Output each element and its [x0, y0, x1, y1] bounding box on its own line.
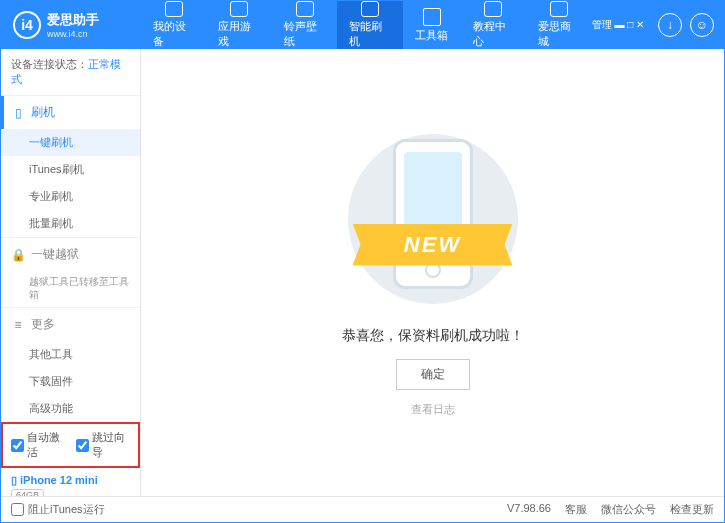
sidebar-head-more[interactable]: ≡ 更多 [1, 308, 140, 341]
sidebar-item-itunes-flash[interactable]: iTunes刷机 [1, 156, 140, 183]
sidebar-bottom: 自动激活 跳过向导 ▯ iPhone 12 mini 64GB Down-12m… [1, 422, 140, 496]
logo-area: i4 爱思助手 www.i4.cn [1, 11, 141, 39]
tutorial-icon [484, 1, 502, 17]
title-controls: 管理 ▬ □ ✕ ↓ ☺ [592, 13, 724, 37]
customer-service-link[interactable]: 客服 [565, 502, 587, 517]
nav-label: 爱思商城 [538, 19, 579, 49]
body: 设备连接状态：正常模式 ▯ 刷机 一键刷机 iTunes刷机 专业刷机 批量刷机… [1, 49, 724, 496]
nav-label: 铃声壁纸 [284, 19, 325, 49]
nav-label: 教程中心 [473, 19, 514, 49]
sidebar-jailbreak-section: 🔒 一键越狱 越狱工具已转移至工具箱 [1, 237, 140, 307]
sidebar-item-pro-flash[interactable]: 专业刷机 [1, 183, 140, 210]
phone-icon: ▯ [11, 106, 25, 120]
sidebar-item-oneclick-flash[interactable]: 一键刷机 [1, 129, 140, 156]
sidebar-head-label: 一键越狱 [31, 246, 79, 263]
statusbar-left: 阻止iTunes运行 [11, 502, 105, 517]
connection-status: 设备连接状态：正常模式 [1, 49, 140, 95]
sidebar-more-section: ≡ 更多 其他工具 下载固件 高级功能 [1, 307, 140, 422]
download-icon[interactable]: ↓ [658, 13, 682, 37]
checkbox-skip-guide[interactable] [76, 439, 89, 452]
menu-icon: ≡ [11, 318, 25, 332]
device-icon [165, 1, 183, 17]
nav-tutorials[interactable]: 教程中心 [461, 1, 526, 49]
app-name: 爱思助手 [47, 11, 99, 29]
main-content: NEW 恭喜您，保资料刷机成功啦！ 确定 查看日志 [141, 49, 724, 496]
sidebar-item-download-fw[interactable]: 下载固件 [1, 368, 140, 395]
block-itunes-label: 阻止iTunes运行 [28, 502, 105, 517]
success-message: 恭喜您，保资料刷机成功啦！ [342, 327, 524, 345]
jailbreak-note: 越狱工具已转移至工具箱 [1, 271, 140, 307]
sidebar-item-batch-flash[interactable]: 批量刷机 [1, 210, 140, 237]
checkbox-auto-activate[interactable] [11, 439, 24, 452]
check-skip-guide[interactable]: 跳过向导 [76, 430, 131, 460]
device-name: ▯ iPhone 12 mini [11, 474, 130, 487]
nav-apps-games[interactable]: 应用游戏 [206, 1, 271, 49]
sidebar-head-label: 刷机 [31, 104, 55, 121]
new-ribbon: NEW [353, 224, 513, 266]
wechat-link[interactable]: 微信公众号 [601, 502, 656, 517]
apps-icon [230, 1, 248, 17]
sidebar-head-label: 更多 [31, 316, 55, 333]
check-label: 自动激活 [27, 430, 66, 460]
sidebar: 设备连接状态：正常模式 ▯ 刷机 一键刷机 iTunes刷机 专业刷机 批量刷机… [1, 49, 141, 496]
flash-options-checks: 自动激活 跳过向导 [1, 422, 140, 468]
nav-my-device[interactable]: 我的设备 [141, 1, 206, 49]
check-label: 跳过向导 [92, 430, 131, 460]
toolbox-icon [423, 8, 441, 26]
logo-icon: i4 [13, 11, 41, 39]
nav-smart-flash[interactable]: 智能刷机 [337, 1, 402, 49]
lock-icon: 🔒 [11, 248, 25, 262]
checkbox-block-itunes[interactable] [11, 503, 24, 516]
sidebar-item-other-tools[interactable]: 其他工具 [1, 341, 140, 368]
sidebar-item-advanced[interactable]: 高级功能 [1, 395, 140, 422]
view-log-link[interactable]: 查看日志 [411, 402, 455, 417]
nav-label: 我的设备 [153, 19, 194, 49]
window-buttons[interactable]: 管理 ▬ □ ✕ [592, 18, 644, 32]
device-info: ▯ iPhone 12 mini 64GB Down-12mini-13,1 [1, 468, 140, 496]
nav-tabs: 我的设备 应用游戏 铃声壁纸 智能刷机 工具箱 教程中心 爱思商城 [141, 1, 592, 49]
sidebar-head-jailbreak[interactable]: 🔒 一键越狱 [1, 238, 140, 271]
nav-label: 工具箱 [415, 28, 448, 43]
check-auto-activate[interactable]: 自动激活 [11, 430, 66, 460]
success-illustration: NEW [343, 129, 523, 309]
flash-icon [361, 1, 379, 17]
statusbar-right: V7.98.66 客服 微信公众号 检查更新 [507, 502, 714, 517]
sidebar-head-flash[interactable]: ▯ 刷机 [1, 96, 140, 129]
nav-ringtones[interactable]: 铃声壁纸 [272, 1, 337, 49]
ringtone-icon [296, 1, 314, 17]
device-storage: 64GB [11, 489, 44, 496]
ok-button[interactable]: 确定 [396, 359, 470, 390]
nav-label: 智能刷机 [349, 19, 390, 49]
nav-label: 应用游戏 [218, 19, 259, 49]
statusbar: 阻止iTunes运行 V7.98.66 客服 微信公众号 检查更新 [1, 496, 724, 522]
phone-graphic [393, 139, 473, 289]
version-label: V7.98.66 [507, 502, 551, 517]
nav-store[interactable]: 爱思商城 [526, 1, 591, 49]
conn-label: 设备连接状态： [11, 58, 88, 70]
app-url: www.i4.cn [47, 29, 99, 39]
check-update-link[interactable]: 检查更新 [670, 502, 714, 517]
nav-toolbox[interactable]: 工具箱 [403, 1, 461, 49]
titlebar: i4 爱思助手 www.i4.cn 我的设备 应用游戏 铃声壁纸 智能刷机 工具… [1, 1, 724, 49]
app-window: i4 爱思助手 www.i4.cn 我的设备 应用游戏 铃声壁纸 智能刷机 工具… [0, 0, 725, 523]
logo-text: 爱思助手 www.i4.cn [47, 11, 99, 39]
store-icon [550, 1, 568, 17]
user-icon[interactable]: ☺ [690, 13, 714, 37]
sidebar-flash-section: ▯ 刷机 一键刷机 iTunes刷机 专业刷机 批量刷机 [1, 95, 140, 237]
